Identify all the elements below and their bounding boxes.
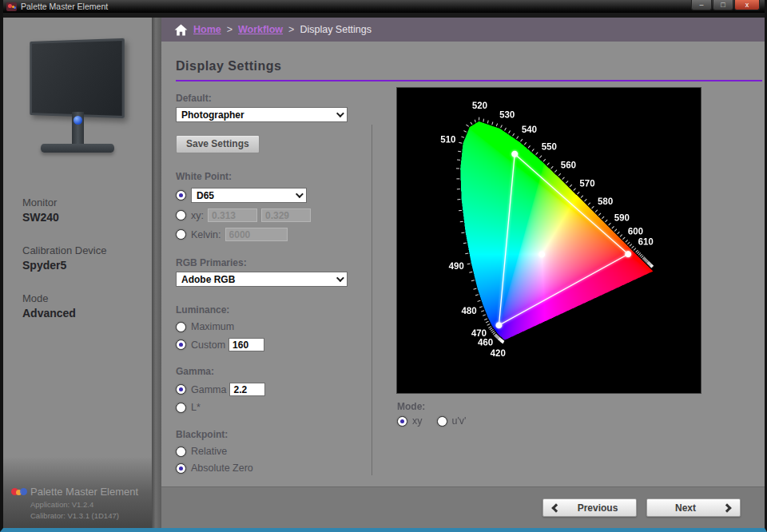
monitor-image <box>3 18 152 185</box>
white-point-y-input[interactable] <box>261 208 311 222</box>
white-point-kelvin-label: Kelvin: <box>191 229 221 240</box>
monitor-value: SW240 <box>22 211 152 224</box>
breadcrumb-home-link[interactable]: Home <box>193 24 221 35</box>
luminance-custom-radio[interactable] <box>176 339 186 350</box>
monitor-stand <box>72 112 84 144</box>
blackpoint-absolute-radio[interactable] <box>176 463 186 474</box>
breadcrumb-current: Display Settings <box>300 24 372 35</box>
luminance-custom-label: Custom <box>191 339 225 351</box>
gamma-label: Gamma: <box>176 366 372 377</box>
gamma-value-radio[interactable] <box>176 384 186 395</box>
app-window: Palette Master Element – □ x Monitor SW2… <box>0 0 767 532</box>
chevron-down-icon <box>336 109 344 117</box>
default-label: Default: <box>176 93 372 104</box>
rgb-primaries-select[interactable]: Adobe RGB <box>176 272 348 287</box>
brand-name: Palette Master Element <box>30 486 138 498</box>
save-settings-button[interactable]: Save Settings <box>176 135 260 153</box>
white-point-kelvin-row: Kelvin: <box>176 228 372 241</box>
luminance-custom-input[interactable] <box>229 338 264 351</box>
blackpoint-relative-row: Relative <box>176 446 372 457</box>
column-divider <box>372 125 372 475</box>
white-point-xy-row: xy: <box>176 208 372 222</box>
chevron-right-icon <box>722 503 731 512</box>
white-point-x-input[interactable] <box>208 208 257 222</box>
gamma-value-input[interactable] <box>229 383 265 396</box>
default-select-value: Photographer <box>181 109 336 121</box>
mode-uv-label: u'v' <box>452 415 467 427</box>
mode-xy-radio[interactable] <box>397 416 407 427</box>
breadcrumb-separator: > <box>227 24 232 35</box>
breadcrumb: Home > Workflow > Display Settings <box>161 18 765 42</box>
rgb-primaries-label: RGB Primaries: <box>176 257 372 268</box>
monitor-base <box>41 144 114 153</box>
application-version: Application: V1.2.4 <box>30 500 147 509</box>
white-point-preset-radio[interactable] <box>176 190 186 200</box>
mode-value: Advanced <box>22 307 152 320</box>
white-point-preset-value: D65 <box>197 190 296 201</box>
blackpoint-absolute-label: Absolute Zero <box>191 463 253 474</box>
close-button[interactable]: x <box>734 0 760 10</box>
monitor-label: Monitor <box>22 197 152 208</box>
maximize-button[interactable]: □ <box>713 0 733 10</box>
app-icon <box>6 2 17 11</box>
previous-button-label: Previous <box>559 502 636 514</box>
gamma-lstar-radio[interactable] <box>176 403 186 413</box>
next-button-label: Next <box>647 502 724 514</box>
palette-logo-icon <box>11 487 27 497</box>
title-bar[interactable]: Palette Master Element – □ x <box>3 0 765 13</box>
calibrator-version: Calibrator: V1.3.1 (1D147) <box>30 511 147 520</box>
gamma-value-row: Gamma <box>176 383 372 396</box>
white-point-xy-label: xy: <box>191 210 204 221</box>
breadcrumb-workflow-link[interactable]: Workflow <box>238 24 283 35</box>
luminance-maximum-label: Maximum <box>191 321 234 332</box>
page-title: Display Settings <box>176 59 765 73</box>
gamma-lstar-label: L* <box>191 402 201 413</box>
monitor-info: Monitor SW240 <box>22 197 152 224</box>
window-title: Palette Master Element <box>21 2 690 11</box>
mode-uv-radio[interactable] <box>437 416 447 427</box>
blackpoint-relative-label: Relative <box>191 446 227 457</box>
sidebar-divider <box>152 18 161 528</box>
breadcrumb-separator: > <box>288 24 294 35</box>
default-select[interactable]: Photographer <box>176 107 348 122</box>
luminance-custom-row: Custom <box>176 338 372 351</box>
white-point-kelvin-input[interactable] <box>225 228 288 241</box>
calibration-device-info: Calibration Device Spyder5 <box>22 244 152 272</box>
blackpoint-relative-radio[interactable] <box>176 447 186 457</box>
previous-button[interactable]: Previous <box>542 498 637 517</box>
gamma-lstar-row: L* <box>176 402 372 413</box>
minimize-button[interactable]: – <box>691 0 712 10</box>
rgb-primaries-value: Adobe RGB <box>181 274 336 285</box>
gamma-value-label: Gamma <box>191 384 226 395</box>
footer-bar: Previous Next <box>161 486 765 528</box>
white-point-xy-radio[interactable] <box>176 210 186 220</box>
mode-info: Mode Advanced <box>22 292 152 320</box>
sidebar-footer: Palette Master Element Application: V1.2… <box>3 479 152 528</box>
blackpoint-label: Blackpoint: <box>176 429 372 440</box>
chevron-down-icon <box>336 274 344 282</box>
white-point-kelvin-radio[interactable] <box>176 229 186 240</box>
blackpoint-absolute-row: Absolute Zero <box>176 463 372 474</box>
calibration-device-value: Spyder5 <box>22 259 152 272</box>
white-point-preset-row: D65 <box>176 188 372 203</box>
mode-label: Mode <box>22 292 152 304</box>
mode-xy-label: xy <box>412 415 423 427</box>
diagram-mode-label: Mode: <box>397 401 701 412</box>
white-point-label: White Point: <box>176 171 372 182</box>
sidebar: Monitor SW240 Calibration Device Spyder5… <box>3 18 152 528</box>
luminance-label: Luminance: <box>176 304 372 316</box>
chromaticity-canvas <box>397 88 701 393</box>
chromaticity-diagram <box>397 88 701 393</box>
calibration-device-label: Calibration Device <box>22 244 152 256</box>
chevron-down-icon <box>296 190 304 198</box>
home-icon[interactable] <box>174 24 188 36</box>
monitor-screen <box>30 38 125 118</box>
luminance-maximum-row: Maximum <box>176 321 372 332</box>
luminance-maximum-radio[interactable] <box>176 322 186 332</box>
next-button[interactable]: Next <box>646 498 741 517</box>
white-point-preset-select[interactable]: D65 <box>191 188 307 203</box>
